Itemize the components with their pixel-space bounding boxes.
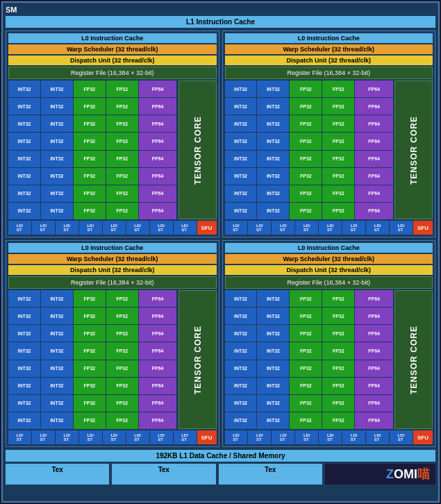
core-row: INT32 INT32 FP32 FP32 FP64 xyxy=(225,412,394,429)
fp32-cell: FP32 xyxy=(106,168,138,185)
l1-instruction-cache-top: L1 Instruction Cache xyxy=(6,16,435,28)
int32-cell: INT32 xyxy=(8,290,40,307)
fp32-cell: FP32 xyxy=(290,203,322,219)
int32-cell: INT32 xyxy=(41,185,73,202)
int32-cell: INT32 xyxy=(225,115,257,132)
fp32-cell: FP32 xyxy=(106,395,138,412)
quadrant-2: L0 Instruction Cache Warp Scheduler (32 … xyxy=(222,31,436,237)
tex-1: Tex xyxy=(6,464,109,485)
int32-cell: INT32 xyxy=(41,360,73,377)
fp32-cell: FP32 xyxy=(74,342,106,359)
int32-cell: INT32 xyxy=(225,308,257,324)
sfu-q3: SFU xyxy=(197,430,217,444)
fp64-cell: FP64 xyxy=(355,378,393,394)
ld-st: LD/ST xyxy=(295,221,318,235)
int32-cell: INT32 xyxy=(225,81,257,97)
core-row: INT32 INT32 FP32 FP32 FP64 xyxy=(225,168,394,185)
fp64-cell: FP64 xyxy=(139,185,177,202)
int32-cell: INT32 xyxy=(41,151,73,167)
ld-st: LD/ST xyxy=(32,430,55,444)
int32-cell: INT32 xyxy=(8,308,40,324)
fp32-cell: FP32 xyxy=(322,98,354,115)
ld-st: LD/ST xyxy=(295,430,318,444)
core-row: INT32 INT32 FP32 FP32 FP64 xyxy=(8,185,177,202)
register-file-q4: Register File (16,384 × 32-bit) xyxy=(225,276,433,289)
fp64-cell: FP64 xyxy=(355,115,393,132)
fp32-cell: FP32 xyxy=(74,81,106,97)
core-row: INT32 INT32 FP32 FP32 FP64 xyxy=(225,342,394,359)
int32-cell: INT32 xyxy=(41,412,73,429)
fp32-cell: FP32 xyxy=(106,98,138,115)
core-row: INT32 INT32 FP32 FP32 FP64 xyxy=(225,378,394,394)
fp32-cell: FP32 xyxy=(290,115,322,132)
quadrant-1: L0 Instruction Cache Warp Scheduler (32 … xyxy=(6,31,219,237)
ld-st: LD/ST xyxy=(366,221,389,235)
dispatch-unit-q4: Dispatch Unit (32 thread/clk) xyxy=(225,265,433,275)
fp32-cell: FP32 xyxy=(74,395,106,412)
register-file-q1: Register File (16,384 × 32-bit) xyxy=(8,67,217,79)
ld-st: LD/ST xyxy=(56,430,78,444)
fp64-cell: FP64 xyxy=(355,290,393,307)
ld-st: LD/ST xyxy=(342,430,365,444)
core-row: INT32 INT32 FP32 FP32 FP64 xyxy=(8,81,177,97)
sm-label: SM xyxy=(6,6,435,14)
int32-cell: INT32 xyxy=(41,98,73,115)
int32-cell: INT32 xyxy=(257,290,289,307)
int32-cell: INT32 xyxy=(225,133,257,149)
int32-cell: INT32 xyxy=(41,168,73,185)
int32-cell: INT32 xyxy=(41,133,73,149)
fp64-cell: FP64 xyxy=(139,203,177,219)
core-row: INT32 INT32 FP32 FP32 FP64 xyxy=(225,98,394,115)
int32-cell: INT32 xyxy=(257,185,289,202)
ld-st: LD/ST xyxy=(342,221,365,235)
fp64-cell: FP64 xyxy=(355,342,393,359)
fp64-cell: FP64 xyxy=(355,151,393,167)
core-row: INT32 INT32 FP32 FP32 FP64 xyxy=(8,342,177,359)
int32-cell: INT32 xyxy=(8,360,40,377)
int32-cell: INT32 xyxy=(257,203,289,219)
dispatch-unit-q1: Dispatch Unit (32 thread/clk) xyxy=(8,56,217,65)
int32-cell: INT32 xyxy=(257,81,289,97)
ld-st: LD/ST xyxy=(56,221,78,235)
int32-cell: INT32 xyxy=(41,115,73,132)
int-fp-grid-q1: INT32 INT32 FP32 FP32 FP64 INT32 INT32 F… xyxy=(8,81,177,219)
quadrant-3: L0 Instruction Cache Warp Scheduler (32 … xyxy=(6,240,219,447)
int32-cell: INT32 xyxy=(225,395,257,412)
fp32-cell: FP32 xyxy=(290,412,322,429)
core-row: INT32 INT32 FP32 FP32 FP64 xyxy=(8,325,177,342)
fp32-cell: FP32 xyxy=(106,133,138,149)
warp-scheduler-q4: Warp Scheduler (32 thread/clk) xyxy=(225,254,433,264)
ld-st: LD/ST xyxy=(272,221,294,235)
tensor-core-q3: TENSOR CORE xyxy=(178,290,217,429)
cores-area-q4: INT32 INT32 FP32 FP32 FP64 INT32 INT32 F… xyxy=(225,290,433,429)
ld-st: LD/ST xyxy=(248,221,271,235)
ld-st: LD/ST xyxy=(248,430,271,444)
fp32-cell: FP32 xyxy=(290,325,322,342)
int32-cell: INT32 xyxy=(257,395,289,412)
ld-st: LD/ST xyxy=(79,430,102,444)
fp32-cell: FP32 xyxy=(106,81,138,97)
fp64-cell: FP64 xyxy=(355,360,393,377)
fp32-cell: FP32 xyxy=(106,185,138,202)
tensor-core-q4: TENSOR CORE xyxy=(394,290,433,429)
int32-cell: INT32 xyxy=(257,378,289,394)
core-row: INT32 INT32 FP32 FP32 FP64 xyxy=(225,203,394,219)
fp32-cell: FP32 xyxy=(290,290,322,307)
fp32-cell: FP32 xyxy=(74,308,106,324)
sfu-q4: SFU xyxy=(413,430,433,444)
int32-cell: INT32 xyxy=(225,412,257,429)
fp32-cell: FP32 xyxy=(290,151,322,167)
tensor-core-q2: TENSOR CORE xyxy=(394,81,433,219)
fp32-cell: FP32 xyxy=(106,151,138,167)
bottom-bar: 192KB L1 Data Cache / Shared Memory Tex … xyxy=(6,450,435,485)
warp-scheduler-q1: Warp Scheduler (32 thread/clk) xyxy=(8,44,217,54)
fp32-cell: FP32 xyxy=(322,185,354,202)
fp64-cell: FP64 xyxy=(139,81,177,97)
fp32-cell: FP32 xyxy=(74,412,106,429)
ld-st: LD/ST xyxy=(225,430,248,444)
fp64-cell: FP64 xyxy=(139,378,177,394)
core-row: INT32 INT32 FP32 FP32 FP64 xyxy=(8,168,177,185)
ld-st: LD/ST xyxy=(225,221,248,235)
int32-cell: INT32 xyxy=(225,342,257,359)
fp64-cell: FP64 xyxy=(355,185,393,202)
